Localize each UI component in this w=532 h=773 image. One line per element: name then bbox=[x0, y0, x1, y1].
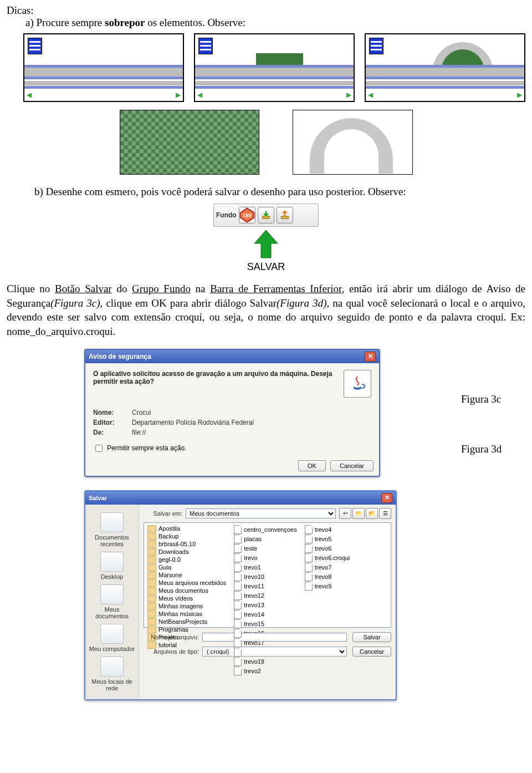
places-item[interactable]: Meus locais de rede bbox=[88, 657, 136, 691]
file-entry[interactable]: gegl-0.0 bbox=[147, 556, 226, 563]
road-diagram-3: ◀▶ bbox=[365, 33, 525, 102]
file-entry[interactable]: centro_convençoes bbox=[234, 525, 296, 534]
ok-button[interactable]: OK bbox=[298, 460, 326, 471]
file-entry[interactable]: trevo7 bbox=[305, 563, 350, 572]
file-icon bbox=[234, 582, 242, 591]
arrow-left-icon: ◀ bbox=[368, 91, 373, 99]
file-entry[interactable]: Marsone bbox=[147, 572, 226, 579]
cancel-button[interactable]: Cancelar bbox=[330, 460, 374, 471]
file-name: Meus arquivos recebidos bbox=[158, 579, 226, 586]
up-folder-icon[interactable]: 📁 bbox=[352, 508, 365, 519]
save-button[interactable] bbox=[277, 207, 293, 223]
para-u2: Grupo Fundo bbox=[132, 283, 191, 294]
file-entry[interactable]: trevo12 bbox=[234, 591, 296, 600]
back-icon[interactable]: ↩ bbox=[339, 508, 351, 519]
file-name: gegl-0.0 bbox=[158, 556, 181, 563]
allow-always-checkbox[interactable] bbox=[95, 445, 103, 452]
checker-texture-icon bbox=[120, 110, 259, 175]
salvar-em-select[interactable]: Meus documentos bbox=[186, 508, 336, 518]
folder-icon bbox=[147, 618, 156, 625]
place-icon bbox=[100, 512, 124, 532]
file-name: trevo14 bbox=[244, 611, 264, 618]
file-name: trevo15 bbox=[244, 621, 264, 627]
file-name: trevo5 bbox=[315, 536, 332, 542]
file-entry[interactable]: Apostila bbox=[147, 525, 226, 532]
folder-icon bbox=[147, 556, 156, 563]
fundo-toolbar: Fundo 180 bbox=[213, 204, 319, 227]
places-item[interactable]: Documentos recentes bbox=[88, 512, 136, 547]
filetype-select[interactable]: (.croqui) bbox=[202, 647, 347, 657]
file-entry[interactable]: trevo6.croqui bbox=[305, 553, 350, 562]
file-entry[interactable]: trevo5 bbox=[305, 535, 350, 543]
dialog-save-button[interactable]: Salvar bbox=[352, 632, 391, 642]
file-list[interactable]: ApostilaBackupbrbrasil-05.10Downloadsgeg… bbox=[144, 522, 391, 628]
file-icon bbox=[234, 657, 242, 666]
file-entry[interactable]: trevo11 bbox=[234, 582, 296, 591]
places-item[interactable]: Desktop bbox=[88, 552, 136, 580]
load-button[interactable] bbox=[258, 207, 274, 223]
editor-value: Departamento Polícia Rodoviária Federal bbox=[132, 419, 254, 426]
file-name: trevo13 bbox=[244, 602, 264, 608]
file-entry[interactable]: Guia bbox=[147, 564, 226, 571]
file-entry[interactable]: Downloads bbox=[147, 548, 226, 556]
file-name: trevo8 bbox=[315, 573, 332, 580]
file-entry[interactable]: Backup bbox=[147, 533, 226, 540]
file-entry[interactable]: trevo19 bbox=[234, 657, 296, 666]
view-icon[interactable]: ☰ bbox=[379, 508, 391, 519]
file-entry[interactable]: Meus documentos bbox=[147, 587, 226, 594]
close-button[interactable]: ✕ bbox=[365, 352, 376, 362]
file-entry[interactable]: teste bbox=[234, 544, 296, 553]
road-sign-icon bbox=[28, 38, 42, 54]
file-entry[interactable]: trevo14 bbox=[234, 610, 296, 619]
file-entry[interactable]: trevo8 bbox=[305, 572, 350, 581]
file-entry[interactable]: Minhas imagens bbox=[147, 603, 226, 610]
item-a-text2: os elementos. Observe: bbox=[145, 17, 245, 28]
places-item[interactable]: Meus documentos bbox=[88, 584, 136, 619]
file-icon bbox=[234, 648, 242, 657]
file-entry[interactable]: Meus arquivos recebidos bbox=[147, 579, 226, 587]
allow-always-text: Permitir sempre esta ação. bbox=[107, 444, 186, 452]
para-u1: Botão Salvar bbox=[55, 283, 112, 294]
rotate-180-button[interactable]: 180 bbox=[239, 207, 255, 223]
item-a-bold: sobrepor bbox=[105, 17, 145, 28]
file-entry[interactable]: brbrasil-05.10 bbox=[147, 541, 226, 548]
file-entry[interactable]: trevo13 bbox=[234, 601, 296, 609]
file-entry[interactable]: trevo2 bbox=[234, 667, 296, 675]
file-entry[interactable]: Minhas músicas bbox=[147, 611, 226, 618]
file-entry[interactable]: trevo9 bbox=[305, 582, 350, 591]
file-entry[interactable]: trevo bbox=[234, 553, 296, 562]
file-icon bbox=[234, 544, 242, 553]
file-entry[interactable]: trevo15 bbox=[234, 619, 296, 628]
file-name: teste bbox=[244, 545, 257, 552]
allow-always-checkbox-label[interactable]: Permitir sempre esta ação. bbox=[93, 443, 371, 454]
new-folder-icon[interactable]: 📂 bbox=[366, 508, 378, 519]
file-entry[interactable]: trevo6 bbox=[305, 544, 350, 553]
diagram-row-2 bbox=[7, 110, 525, 175]
close-button[interactable]: ✕ bbox=[381, 493, 392, 503]
road-diagram-2: ◀▶ bbox=[194, 33, 355, 102]
folder-icon bbox=[147, 587, 156, 594]
file-name: trevo7 bbox=[315, 564, 332, 571]
place-icon bbox=[100, 624, 124, 644]
folder-icon bbox=[147, 626, 156, 633]
file-entry[interactable]: trevo1 bbox=[234, 563, 296, 572]
file-icon bbox=[234, 553, 242, 562]
file-entry[interactable]: trevo4 bbox=[305, 525, 350, 534]
arch-shape-box bbox=[293, 110, 413, 175]
filename-input[interactable] bbox=[202, 633, 347, 642]
place-label: Meus locais de rede bbox=[88, 678, 136, 691]
file-icon bbox=[305, 563, 313, 572]
places-item[interactable]: Meu computador bbox=[88, 624, 136, 652]
folder-icon bbox=[147, 572, 156, 579]
list-item-a: a) Procure sempre sobrepor os elementos.… bbox=[25, 17, 525, 29]
file-icon bbox=[234, 572, 242, 581]
dialog-cancel-button[interactable]: Cancelar bbox=[352, 647, 391, 657]
para-i2: (Figura 3d) bbox=[277, 297, 327, 309]
security-dialog: Aviso de segurança ✕ O aplicativo solici… bbox=[84, 349, 380, 477]
salvar-callout-label: SALVAR bbox=[7, 261, 525, 273]
file-entry[interactable]: placas bbox=[234, 535, 296, 543]
road-diagram-1: ◀▶ bbox=[23, 33, 184, 102]
file-entry[interactable]: trevo10 bbox=[234, 572, 296, 581]
file-entry[interactable]: Meus vídeos bbox=[147, 595, 226, 602]
file-entry[interactable]: NetBeansProjects bbox=[147, 618, 226, 625]
